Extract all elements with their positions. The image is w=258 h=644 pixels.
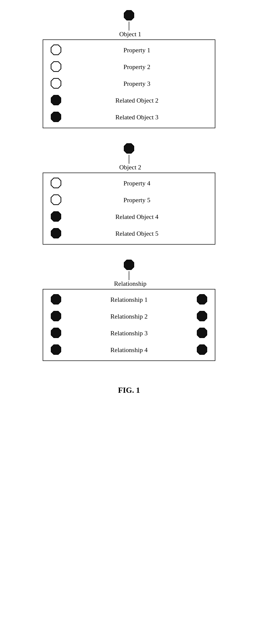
svg-marker-11 [124,260,134,270]
svg-marker-6 [124,144,134,153]
rel2-label: Relationship 2 [66,313,192,320]
svg-marker-12 [51,294,61,304]
rel1-label: Relationship 1 [66,296,192,304]
property3-icon [50,78,62,90]
relationship-box: Relationship 1 Relationship 2 Relationsh… [43,289,215,361]
property5-label: Property 5 [66,196,208,204]
relationship-header: Relationship [112,260,146,289]
list-item: Property 5 [48,192,210,208]
related-obj5-label: Related Object 5 [66,230,208,238]
property1-icon [50,44,62,56]
object2-connector [129,155,129,164]
svg-marker-15 [197,311,207,321]
rel2-left-icon [50,311,62,322]
diagram-object2: Object 2 Property 4 Property 5 Related O… [43,143,215,244]
svg-marker-3 [51,78,61,88]
svg-marker-5 [51,112,61,122]
svg-marker-0 [124,10,134,20]
rel4-left-icon [50,344,62,356]
svg-marker-1 [51,45,61,55]
list-item: Relationship 4 [48,342,210,358]
related-obj2-label: Related Object 2 [66,97,208,104]
property4-icon [50,178,62,189]
svg-marker-4 [51,95,61,105]
related-obj3-label: Related Object 3 [66,114,208,121]
list-item: Property 3 [48,76,210,92]
list-item: Related Object 3 [48,110,210,125]
list-item: Property 2 [48,59,210,75]
property2-icon [50,61,62,73]
list-item: Related Object 4 [48,209,210,225]
list-item: Relationship 2 [48,309,210,324]
diagram-object1: Object 1 Property 1 Property 2 Property … [43,10,215,128]
property1-label: Property 1 [66,46,208,54]
related-obj3-icon [50,112,62,123]
svg-marker-2 [51,62,61,72]
diagram-relationship: Relationship Relationship 1 Relationship… [43,260,215,361]
object1-header-icon [124,10,134,22]
rel4-label: Relationship 4 [66,346,192,354]
list-item: Property 1 [48,42,210,58]
svg-marker-10 [51,228,61,238]
svg-marker-8 [51,195,61,205]
object1-label: Object 1 [120,30,141,38]
svg-marker-9 [51,212,61,222]
related-obj5-icon [50,228,62,240]
relationship-label: Relationship [114,280,146,288]
rel1-right-icon [196,294,208,306]
rel3-left-icon [50,328,62,339]
figure-caption: FIG. 1 [118,386,140,395]
object1-header: Object 1 [117,10,141,40]
list-item: Relationship 1 [48,292,210,308]
rel1-left-icon [50,294,62,306]
object1-connector [129,22,129,30]
svg-marker-17 [197,328,207,338]
list-item: Property 4 [48,176,210,191]
svg-marker-18 [51,345,61,354]
svg-marker-14 [51,311,61,321]
object2-box: Property 4 Property 5 Related Object 4 R… [43,172,215,244]
svg-marker-19 [197,345,207,354]
rel3-label: Relationship 3 [66,330,192,337]
object2-label: Object 2 [120,164,141,171]
list-item: Related Object 2 [48,93,210,108]
rel4-right-icon [196,344,208,356]
list-item: Relationship 3 [48,326,210,341]
property3-label: Property 3 [66,80,208,88]
related-obj4-label: Related Object 4 [66,213,208,221]
rel3-right-icon [196,328,208,339]
relationship-connector [129,271,129,280]
list-item: Related Object 5 [48,226,210,242]
property5-icon [50,194,62,206]
property2-label: Property 2 [66,63,208,71]
object1-box: Property 1 Property 2 Property 3 Related… [43,40,215,128]
related-obj2-icon [50,95,62,106]
svg-marker-13 [197,294,207,304]
svg-marker-7 [51,178,61,188]
object2-header-icon [124,143,134,155]
related-obj4-icon [50,211,62,223]
relationship-header-icon [124,260,134,271]
rel2-right-icon [196,311,208,322]
object2-header: Object 2 [117,143,141,172]
property4-label: Property 4 [66,180,208,187]
svg-marker-16 [51,328,61,338]
